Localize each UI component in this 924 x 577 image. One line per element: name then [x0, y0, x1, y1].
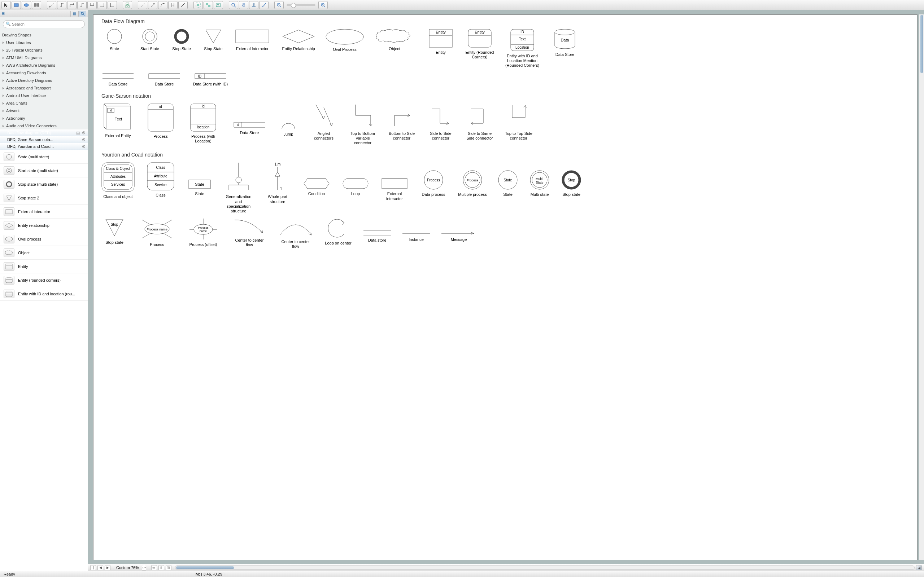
page-next-button[interactable]: ▶	[105, 565, 110, 570]
search-view-button[interactable]	[78, 11, 86, 16]
status-mouse: M: [ 3.46, -0.29 ]	[195, 572, 225, 576]
view-btn-1[interactable]: ▭	[151, 565, 157, 570]
svg-text:ID: ID	[198, 74, 201, 78]
page-first-button[interactable]: ‖	[90, 565, 96, 570]
zoom-label[interactable]: Custom 76%	[115, 566, 141, 570]
subtab-dfd[interactable]: Data flow diagram (DFD) ▤⊗	[0, 129, 88, 136]
page-prev-button[interactable]: ◀	[97, 565, 103, 570]
section-title-yc: Yourdon and Coad notation	[102, 152, 917, 158]
svg-rect-117	[382, 179, 407, 189]
category-user-libraries[interactable]: ▶User Libraries	[0, 39, 88, 46]
canvas[interactable]: Data Flow Diagram State Start State Stop…	[93, 15, 918, 560]
close-icon[interactable]: ⊗	[82, 137, 86, 142]
shape-palette: State (multi state) Start state (multi s…	[0, 150, 88, 571]
connector-7[interactable]	[108, 1, 117, 9]
svg-text:Attribute: Attribute	[154, 174, 168, 178]
svg-text:Process: Process	[467, 179, 478, 182]
shape-item-stop-state-2[interactable]: Stop state 2	[0, 191, 88, 205]
svg-text:id: id	[236, 123, 239, 127]
library-header: ⊟ ▦	[0, 10, 88, 17]
view-btn-2[interactable]: ▯	[158, 565, 164, 570]
zoom-out-button[interactable]	[274, 1, 284, 9]
category-accounting[interactable]: ▶Accounting Flowcharts	[0, 69, 88, 76]
connector-2[interactable]	[57, 1, 66, 9]
rect-tool[interactable]	[11, 1, 21, 9]
zoom-stepper[interactable]: ▲▼	[142, 565, 146, 571]
section-title-dfd: Data Flow Diagram	[102, 18, 917, 24]
subtab-gane-sarson[interactable]: DFD, Gane-Sarson nota... ⊗	[0, 136, 88, 143]
subtab-yourdon-coad[interactable]: DFD, Yourdon and Coad... ⊗	[0, 143, 88, 150]
grid-view-button[interactable]: ▦	[70, 11, 78, 16]
shape-item-external-interactor[interactable]: External interactor	[0, 205, 88, 219]
pointer-tool[interactable]	[2, 1, 11, 9]
ellipse-tool[interactable]	[22, 1, 31, 9]
line-1[interactable]	[138, 1, 147, 9]
svg-text:id: id	[202, 104, 205, 108]
category-area-charts[interactable]: ▶Area Charts	[0, 99, 88, 107]
pin-icon[interactable]: ▤	[76, 131, 80, 135]
svg-rect-9	[125, 6, 127, 7]
category-av[interactable]: ▶Audio and Video Connectors	[0, 122, 88, 129]
table-tool[interactable]	[32, 1, 41, 9]
svg-point-1	[24, 3, 29, 6]
svg-point-58	[175, 30, 188, 43]
svg-point-44	[8, 169, 10, 172]
close-icon[interactable]: ⊗	[82, 144, 86, 149]
shape-item-oval-process[interactable]: Oval process	[0, 232, 88, 246]
close-icon[interactable]: ⊗	[82, 130, 86, 135]
shape-item-entity[interactable]: Entity	[0, 259, 88, 273]
shape-item-start-state[interactable]: Start state (multi state)	[0, 164, 88, 177]
svg-rect-30	[252, 6, 255, 7]
shape-item-stop-state[interactable]: Stop state (multi state)	[0, 177, 88, 191]
view-btn-3[interactable]: ◫	[166, 565, 171, 570]
svg-point-43	[6, 168, 11, 173]
group-3[interactable]	[214, 1, 223, 9]
diagram-tool[interactable]	[123, 1, 132, 9]
stamp-tool[interactable]	[249, 1, 258, 9]
connector-6[interactable]	[97, 1, 107, 9]
zoom-in-button[interactable]	[318, 1, 328, 9]
library-panel: ⊟ ▦ 🔍 Drawing Shapes ▶User Libraries ▶25…	[0, 10, 88, 571]
line-3[interactable]	[158, 1, 168, 9]
svg-rect-46	[6, 210, 12, 214]
horizontal-scrollbar[interactable]	[175, 566, 914, 570]
svg-text:State: State	[195, 182, 204, 187]
eyedropper-tool[interactable]	[259, 1, 268, 9]
svg-rect-2	[34, 3, 39, 7]
connector-5[interactable]	[87, 1, 97, 9]
category-aerospace[interactable]: ▶Aerospace and Transport	[0, 84, 88, 92]
svg-point-73	[555, 29, 575, 35]
tree-icon[interactable]: ⊟	[2, 11, 5, 16]
corner-resize[interactable]: ◢	[916, 565, 922, 570]
line-2[interactable]	[148, 1, 157, 9]
group-1[interactable]	[194, 1, 203, 9]
shape-item-entity-rel[interactable]: Entity relationship	[0, 219, 88, 232]
category-ad[interactable]: ▶Active Directory Diagrams	[0, 76, 88, 84]
svg-text:Location: Location	[515, 45, 529, 49]
connector-3[interactable]	[67, 1, 76, 9]
shape-item-state[interactable]: State (multi state)	[0, 150, 88, 164]
category-astronomy[interactable]: ▶Astronomy	[0, 114, 88, 122]
svg-rect-31	[253, 5, 254, 6]
search-input[interactable]	[3, 20, 85, 28]
category-orgcharts[interactable]: ▶25 Typical Orgcharts	[0, 46, 88, 54]
category-atm-uml[interactable]: ▶ATM UML Diagrams	[0, 54, 88, 61]
category-artwork[interactable]: ▶Artwork	[0, 107, 88, 114]
line-5[interactable]	[178, 1, 188, 9]
zoom-slider[interactable]	[287, 4, 315, 6]
connector-4[interactable]	[77, 1, 87, 9]
vertical-scrollbar[interactable]	[919, 15, 924, 560]
category-aws[interactable]: ▶AWS Architecture Diagrams	[0, 61, 88, 69]
pan-tool[interactable]	[239, 1, 248, 9]
svg-text:name: name	[200, 229, 207, 233]
category-android[interactable]: ▶Android User Interface	[0, 92, 88, 99]
shape-item-entity-id-loc[interactable]: Entity with ID and location (rou...	[0, 287, 88, 301]
shape-item-entity-rounded[interactable]: Entity (rounded corners)	[0, 273, 88, 287]
search-icon: 🔍	[6, 22, 11, 26]
zoom-in-tool[interactable]	[229, 1, 238, 9]
group-2[interactable]	[204, 1, 213, 9]
shape-item-object[interactable]: Object	[0, 246, 88, 259]
connector-1[interactable]	[47, 1, 56, 9]
category-drawing-shapes[interactable]: Drawing Shapes	[0, 31, 88, 39]
line-4[interactable]	[168, 1, 178, 9]
